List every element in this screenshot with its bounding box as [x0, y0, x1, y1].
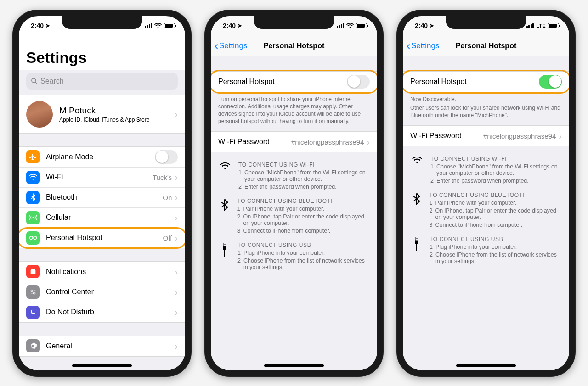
- profile-row[interactable]: M Potuck Apple ID, iCloud, iTunes & App …: [19, 95, 185, 133]
- control-center-icon: [26, 285, 40, 299]
- profile-sub: Apple ID, iCloud, iTunes & App Store: [59, 117, 175, 123]
- discoverable-note-2: Other users can look for your shared net…: [403, 103, 569, 121]
- general-label: General: [46, 342, 175, 350]
- instruct-bt-step2: On iPhone, tap Pair or enter the code di…: [243, 213, 368, 226]
- status-time: 2:40: [31, 22, 44, 29]
- svg-point-3: [29, 236, 33, 240]
- hotspot-icon: [26, 231, 40, 245]
- chevron-right-icon: ›: [175, 213, 178, 222]
- hotspot-toggle-label: Personal Hotspot: [218, 78, 347, 86]
- instruct-bt-title: TO CONNECT USING BLUETOOTH: [237, 198, 368, 204]
- search-input[interactable]: Search: [26, 73, 178, 90]
- wifi-value: Tuck's: [153, 173, 172, 181]
- chevron-left-icon: ‹: [407, 40, 410, 51]
- airplane-mode-row[interactable]: Airplane Mode: [19, 147, 185, 167]
- svg-rect-14: [224, 250, 225, 257]
- instruct-bluetooth: TO CONNECT USING BLUETOOTH 1Pair iPhone …: [211, 191, 377, 235]
- back-label: Settings: [219, 41, 247, 50]
- hotspot-toggle-on[interactable]: [539, 75, 562, 89]
- dnd-row[interactable]: Do Not Disturb ›: [19, 302, 185, 322]
- svg-rect-10: [223, 243, 226, 246]
- status-time: 2:40: [223, 22, 236, 29]
- search-icon: [31, 78, 38, 84]
- location-icon: ➤: [430, 22, 434, 29]
- instruct-wifi-step2: Enter the password when prompted.: [244, 184, 337, 190]
- svg-rect-19: [416, 244, 417, 251]
- instruct-bt-title: TO CONNECT USING BLUETOOTH: [429, 192, 560, 198]
- usb-icon: [220, 242, 229, 272]
- nav-bar: ‹ Settings Personal Hotspot: [403, 36, 569, 56]
- signal-icon: [145, 23, 153, 28]
- hotspot-toggle-off[interactable]: [347, 75, 370, 89]
- instruct-usb-title: TO CONNECT USING USB: [430, 236, 560, 242]
- phone-frame-3: 2:40 ➤ LTE ‹ Settings Personal Hotspot P…: [396, 10, 576, 377]
- profile-name: M Potuck: [59, 106, 175, 116]
- wifi-password-value: #nicelongpassphrase94: [291, 138, 364, 146]
- notifications-row[interactable]: Notifications ›: [19, 262, 185, 282]
- home-indicator: [456, 364, 516, 367]
- hotspot-toggle-row[interactable]: Personal Hotspot: [211, 72, 377, 92]
- instruct-bt-step2: On iPhone, tap Pair or enter the code di…: [435, 207, 560, 220]
- instruct-wifi: TO CONNECT USING WI-FI 1Choose "MichPhon…: [403, 149, 569, 185]
- instruct-wifi-step1: Choose "MichPhone" from the Wi-Fi settin…: [436, 163, 560, 176]
- svg-point-0: [32, 78, 36, 83]
- chevron-right-icon: ›: [559, 131, 562, 140]
- chevron-right-icon: ›: [175, 308, 178, 317]
- nav-title: Personal Hotspot: [264, 42, 324, 50]
- chevron-right-icon: ›: [175, 110, 178, 119]
- chevron-right-icon: ›: [175, 341, 178, 351]
- bluetooth-value: On: [163, 194, 172, 201]
- instruct-usb-step1: Plug iPhone into your computer.: [243, 250, 325, 256]
- home-indicator: [264, 364, 324, 367]
- hotspot-value: Off: [163, 234, 172, 242]
- back-button[interactable]: ‹ Settings: [215, 36, 247, 56]
- signal-icon: [337, 23, 345, 28]
- hotspot-toggle-label: Personal Hotspot: [410, 78, 539, 86]
- search-placeholder: Search: [40, 77, 64, 85]
- battery-icon: [548, 23, 559, 28]
- wifi-password-row[interactable]: Wi-Fi Password #nicelongpassphrase94 ›: [403, 126, 569, 146]
- cellular-row[interactable]: Cellular ›: [19, 207, 185, 228]
- back-label: Settings: [411, 41, 439, 50]
- cellular-label: Cellular: [46, 213, 175, 222]
- instruct-bt-step3: Connect to iPhone from computer.: [243, 228, 330, 234]
- gear-icon: [26, 339, 40, 352]
- chevron-left-icon: ‹: [215, 40, 218, 51]
- page-title: Settings: [26, 49, 178, 67]
- screen-hotspot-off: 2:40 ➤ ‹ Settings Personal Hotspot Perso: [211, 16, 377, 370]
- instruct-usb: TO CONNECT USING USB 1Plug iPhone into y…: [211, 235, 377, 272]
- instruct-usb-step1: Plug iPhone into your computer.: [435, 244, 517, 250]
- bluetooth-icon: [412, 192, 421, 229]
- discoverable-note: Now Discoverable.: [403, 92, 569, 103]
- instruct-bt-step3: Connect to iPhone from computer.: [435, 222, 522, 228]
- bluetooth-row[interactable]: Bluetooth On ›: [19, 187, 185, 207]
- bluetooth-label: Bluetooth: [46, 193, 163, 201]
- notifications-icon: [26, 265, 40, 278]
- wifi-icon: [154, 23, 162, 28]
- instruct-usb-step2: Choose iPhone from the list of network s…: [243, 257, 368, 270]
- hotspot-off-note: Turn on personal hotspot to share your i…: [211, 92, 377, 127]
- location-icon: ➤: [45, 22, 50, 29]
- svg-rect-17: [417, 238, 418, 239]
- svg-rect-11: [224, 244, 225, 245]
- hotspot-toggle-row[interactable]: Personal Hotspot: [403, 72, 569, 92]
- back-button[interactable]: ‹ Settings: [407, 36, 439, 56]
- airplane-toggle[interactable]: [155, 150, 178, 164]
- wifi-password-label: Wi-Fi Password: [218, 138, 291, 146]
- personal-hotspot-row[interactable]: Personal Hotspot Off ›: [19, 228, 185, 248]
- general-row[interactable]: General ›: [19, 336, 185, 356]
- lte-label: LTE: [536, 23, 546, 28]
- wifi-row[interactable]: Wi-Fi Tuck's ›: [19, 167, 185, 187]
- svg-rect-5: [30, 269, 35, 274]
- svg-rect-15: [415, 237, 418, 241]
- airplane-icon: [26, 150, 40, 163]
- wifi-password-row[interactable]: Wi-Fi Password #nicelongpassphrase94 ›: [211, 132, 377, 152]
- wifi-icon: [346, 23, 354, 28]
- instruct-bt-step1: Pair iPhone with your computer.: [435, 200, 516, 206]
- control-center-row[interactable]: Control Center ›: [19, 282, 185, 302]
- svg-rect-18: [415, 241, 418, 244]
- wifi-password-value: #nicelongpassphrase94: [483, 132, 556, 140]
- battery-icon: [164, 23, 175, 28]
- wifi-icon: [412, 156, 422, 185]
- avatar: [26, 101, 53, 128]
